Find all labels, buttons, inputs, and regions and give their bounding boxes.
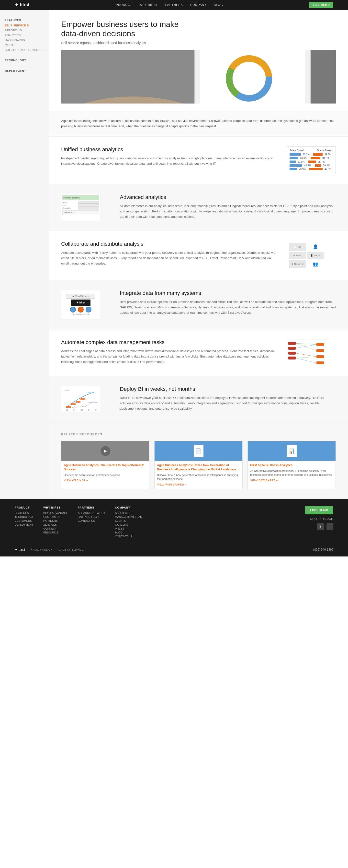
section-automate-body: Address the challenges of data access an… (61, 348, 277, 365)
footer-customers2-link[interactable]: CUSTOMERS (43, 515, 68, 518)
section-advanced-body: All data elements in our analytical data… (120, 204, 336, 219)
svg-text:Launch: Launch (64, 390, 69, 391)
deploy-chart-svg: Launch Q1 Q2 (63, 388, 99, 411)
data-mgmt-visual (287, 339, 326, 366)
sidebar-item-dashboards[interactable]: DASHBOARDS (0, 38, 49, 42)
analytics-header: Sales Growth Share Growth (290, 149, 333, 152)
sidebar-item-analytics[interactable]: ANALYTICS (0, 33, 49, 38)
footer-logo: ✦ birst (15, 548, 25, 552)
footer-mgmt-team-link[interactable]: MANAGEMENT TEAM (115, 515, 142, 518)
main-content: Empower business users to make data-driv… (49, 10, 348, 499)
sidebar-deployment-heading[interactable]: DEPLOYMENT (0, 68, 49, 74)
hero-title: Empower business users to make data-driv… (61, 20, 336, 38)
footer-alliance-link[interactable]: ALLIANCE NETWORK (78, 512, 105, 515)
sidebar-technology-section: TECHNOLOGY (0, 57, 49, 63)
bar-4a (290, 164, 302, 167)
section-advanced-title: Advanced analytics (120, 194, 336, 200)
resource-link-webinar[interactable]: VIEW WEBINAR + (64, 479, 88, 482)
resource-card-webinar: ▶ Agile Business Analytics: The Secrets … (61, 441, 150, 489)
section-collaborate-image: 📄 PDF 👤 ✉ email 📱 mobile 🖥 file server 👥 (287, 241, 336, 270)
logo-text: birst (20, 2, 29, 8)
footer-why-birst-heading: WHY BIRST (43, 506, 68, 509)
sidebar-item-solution-accelerators[interactable]: SOLUTION ACCELERATORS (0, 48, 49, 52)
section-automate: Automate complex data management tasks A… (49, 330, 348, 376)
resource-desc-webinar: Uncover the secrets to top performers' s… (64, 473, 147, 477)
section-advanced-image: Analysis Options Name: Filter: Group By: (61, 194, 110, 221)
db-icon-2 (78, 307, 84, 312)
svg-rect-13 (288, 356, 296, 360)
resource-title-whitepaper: Agile Business Analytics: How a New Gene… (157, 463, 240, 471)
nav-company[interactable]: COMPANY (190, 3, 207, 7)
sidebar-item-reporting[interactable]: REPORTING (0, 28, 49, 33)
nav-product[interactable]: PRODUCT (116, 3, 132, 7)
resource-link-whitepaper[interactable]: VIEW WHITEPAPER + (157, 483, 187, 486)
footer-features-link[interactable]: FEATURES (15, 512, 33, 515)
footer-resource-link[interactable]: RESOURCE (43, 531, 68, 534)
footer-cta: LIVE DEMO STAY IN TOUCH t f (305, 506, 333, 539)
footer-blog-link[interactable]: BLOG (115, 531, 142, 534)
footer-partners-link[interactable]: PARTNERS (43, 519, 68, 522)
footer-contact-link[interactable]: CONTACT US (115, 535, 142, 538)
nav-blog[interactable]: BLOG (214, 3, 223, 7)
cloud-sources: ☁ Cloud Sources (66, 293, 95, 299)
birst-box: ✦ birst (71, 300, 91, 306)
section-deploy-image: Launch Q1 Q2 (61, 386, 110, 413)
db-icons (70, 307, 91, 312)
footer-services-link[interactable]: SERVICES (43, 523, 68, 526)
nav-partners[interactable]: PARTNERS (165, 3, 183, 7)
bar-5b (309, 168, 323, 170)
section-collaborate-body: Annotate dashboards with "sticky notes" … (61, 250, 277, 266)
adv-row-2: Filter: (62, 204, 99, 207)
sidebar-technology-heading[interactable]: TECHNOLOGY (0, 57, 49, 63)
facebook-icon[interactable]: f (326, 523, 333, 530)
footer-col-why-birst: WHY BIRST BIRST ADVANTAGE CUSTOMERS PART… (43, 506, 68, 539)
intro-paragraph: Agile business intelligence delivers acc… (61, 118, 336, 129)
resource-link-datasheet[interactable]: VIEW DATASHEET + (250, 479, 278, 482)
svg-rect-28 (75, 401, 81, 403)
section-automate-image (287, 339, 336, 366)
navigation: ✦ birst PRODUCT WHY BIRST PARTNERS COMPA… (0, 0, 348, 10)
footer-connect-link[interactable]: CONNECT (43, 527, 68, 530)
twitter-icon[interactable]: t (317, 523, 324, 530)
footer-careers-link[interactable]: CAREERS (115, 523, 142, 526)
sidebar-item-mobile[interactable]: MOBILE (0, 42, 49, 48)
footer-live-demo-button[interactable]: LIVE DEMO (305, 506, 333, 515)
section-unified: Unified business analytics Pixel-perfect… (49, 136, 348, 184)
footer-technology-link[interactable]: TECHNOLOGY (15, 515, 33, 518)
bar-3a (290, 160, 296, 163)
footer-phone: (866) 940-1496 (313, 548, 333, 551)
footer-advantage-link[interactable]: BIRST ADVANTAGE (43, 512, 68, 515)
footer-partner-login-link[interactable]: PARTNER LOGIN (78, 515, 105, 518)
collaborate-visual: 📄 PDF 👤 ✉ email 📱 mobile 🖥 file server 👥 (287, 241, 326, 270)
footer-terms-link[interactable]: TERMS OF SERVICE (57, 548, 84, 551)
nav-live-demo-button[interactable]: LIVE DEMO (309, 2, 333, 8)
db-icon-3 (86, 307, 91, 312)
intro-section: Agile business intelligence delivers acc… (49, 111, 348, 136)
footer-bottom-left: ✦ birst PRIVACY POLICY TERMS OF SERVICE (15, 548, 84, 552)
footer-partners-heading: PARTNERS (78, 506, 105, 509)
adv-row-3: Group By: (62, 207, 99, 210)
sidebar-features-heading: FEATURES (0, 17, 49, 23)
svg-rect-27 (71, 403, 75, 405)
section-collaborate-title: Collaborate and distribute analysis (61, 241, 277, 247)
bar-5a (290, 168, 297, 170)
footer-privacy-link[interactable]: PRIVACY POLICY (30, 548, 52, 551)
section-advanced-inner: Advanced analytics All data elements in … (61, 194, 336, 221)
footer-deployment-link[interactable]: DEPLOYMENT (15, 523, 33, 526)
footer-contact-partners-link[interactable]: CONTACT US (78, 519, 105, 522)
hero-svg (61, 50, 336, 103)
footer-about-link[interactable]: ABOUT BIRST (115, 512, 142, 515)
footer-press-link[interactable]: PRESS (115, 527, 142, 530)
nav-why-birst[interactable]: WHY BIRST (139, 3, 158, 7)
svg-rect-15 (316, 349, 324, 352)
analytics-table-visual: Sales Growth Share Growth 50.2% 39.5% 28… (287, 146, 336, 174)
section-integrate-image: ☁ Cloud Sources ✦ birst On-premise Sourc… (61, 290, 110, 319)
social-icons: t f (317, 523, 333, 530)
footer-events-link[interactable]: EVENTS (115, 519, 142, 522)
footer: PRODUCT FEATURES TECHNOLOGY CUSTOMERS DE… (0, 499, 348, 556)
sidebar-item-self-service-bi[interactable]: SELF-SERVICE BI (0, 23, 49, 28)
resource-card-img-datasheet: 📊 (248, 441, 336, 461)
svg-text:Q2: Q2 (73, 409, 75, 411)
footer-customers-link[interactable]: CUSTOMERS (15, 519, 33, 522)
section-advanced-text: Advanced analytics All data elements in … (120, 194, 336, 219)
